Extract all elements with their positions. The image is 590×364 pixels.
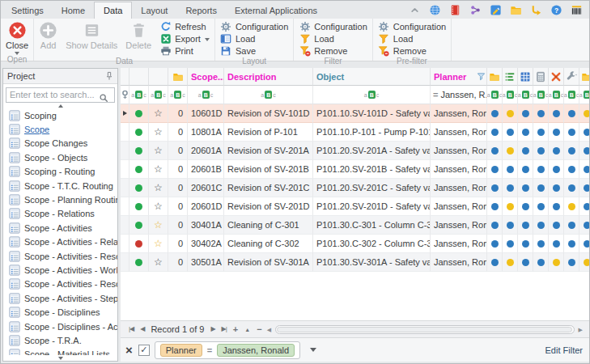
edit-record-button[interactable]: ▲: [244, 327, 250, 332]
prev-record-button[interactable]: ◀: [140, 326, 144, 332]
horizontal-scrollbar[interactable]: [275, 325, 575, 334]
column-header-col-routing[interactable]: [549, 68, 564, 86]
favorite-cell[interactable]: ☆: [149, 123, 168, 142]
filter-expression[interactable]: Planner = Janssen, Ronald: [155, 341, 300, 359]
column-header-indicator[interactable]: [121, 68, 129, 86]
close-button[interactable]: Close: [2, 19, 32, 55]
sidebar-item-scope-objects[interactable]: Scope - Objects: [9, 150, 117, 164]
column-header-scope[interactable]: Scope...: [188, 68, 224, 86]
filter-dropdown-caret[interactable]: [310, 348, 316, 352]
favorite-cell[interactable]: ☆: [149, 142, 168, 160]
filter-cell-description[interactable]: aBc: [224, 86, 313, 104]
globe-icon[interactable]: [428, 3, 441, 16]
favorite-cell[interactable]: ☆: [149, 104, 168, 123]
sidebar-item-scope-relations[interactable]: Scope - Relations: [9, 207, 117, 221]
barcode-icon[interactable]: [570, 3, 583, 16]
tab-layout[interactable]: Layout: [132, 2, 176, 19]
column-header-status[interactable]: [129, 68, 149, 86]
collapse-ribbon-icon[interactable]: [408, 3, 421, 16]
table-row[interactable]: ☆020601CRevision of SV-201CP101.20.SV-20…: [121, 179, 589, 197]
edit-filter-link[interactable]: Edit Filter: [545, 345, 583, 355]
sidebar-item-scope-t-r-a[interactable]: Scope - T.R.A.: [9, 333, 117, 347]
filter-cell-col-grid[interactable]: aBc: [518, 86, 533, 104]
help-icon[interactable]: ?: [550, 3, 562, 16]
configuration-button[interactable]: Configuration: [299, 21, 367, 33]
sidebar-item-scope-disciplines-activiti[interactable]: Scope - Disciplines - Activiti...: [9, 320, 117, 333]
sidebar-item-scope-activities-work-pe[interactable]: Scope - Activities - Work Pe...: [9, 263, 117, 277]
filter-cell-col-folder[interactable]: aBc: [487, 86, 503, 104]
filter-cell-col-wrench[interactable]: aBc: [564, 86, 579, 104]
sidebar-item-scope-t-t-c-routing[interactable]: Scope - T.T.C. Routing: [9, 179, 117, 193]
filter-field-chip[interactable]: Planner: [160, 344, 202, 357]
filter-cell-col-tasks[interactable]: aBc: [503, 86, 518, 104]
favorite-cell[interactable]: ☆: [149, 179, 168, 197]
favorite-cell[interactable]: ☆: [149, 160, 168, 179]
configuration-button[interactable]: Configuration: [220, 21, 288, 33]
filter-cell-scope[interactable]: aBc: [188, 86, 224, 104]
filter-value-chip[interactable]: Janssen, Ronald: [217, 344, 295, 357]
load-button[interactable]: Load: [220, 33, 288, 45]
column-header-col-grid[interactable]: [518, 68, 533, 86]
folder-icon[interactable]: [509, 3, 522, 16]
filter-cell-star[interactable]: aBc: [149, 86, 168, 104]
sidebar-item-scope-changes[interactable]: Scope Changes: [9, 137, 117, 150]
journal-icon[interactable]: [448, 3, 461, 16]
load-button[interactable]: Load: [378, 33, 446, 45]
print-button[interactable]: Print: [159, 44, 210, 57]
scroll-down-indicator[interactable]: [3, 355, 117, 361]
sidebar-item-scope-disciplines[interactable]: Scope - Disciplines: [9, 305, 117, 319]
first-record-button[interactable]: |◀: [129, 326, 134, 332]
column-header-planner[interactable]: Planner: [431, 68, 487, 86]
header-funnel-icon[interactable]: [477, 72, 486, 81]
table-row[interactable]: ☆030501ARevision of SV-301AP101.30.SV-30…: [121, 253, 589, 272]
column-header-description[interactable]: Description: [224, 68, 313, 86]
hscroll-left-icon[interactable]: ◀: [267, 327, 271, 332]
table-row[interactable]: ☆020601ARevision of SV-201AP101.20.SV-20…: [121, 142, 589, 160]
next-record-button[interactable]: ▶: [210, 326, 214, 332]
save-button[interactable]: Save: [220, 44, 288, 57]
table-row[interactable]: ☆010801ARevision of P-101P101.10.P-101 -…: [121, 123, 589, 142]
configuration-button[interactable]: Configuration: [378, 21, 446, 33]
tab-reports[interactable]: Reports: [176, 2, 226, 19]
sidebar-item-scope[interactable]: Scope: [9, 122, 117, 136]
load-button[interactable]: Load: [299, 33, 367, 45]
column-header-attachments[interactable]: [168, 68, 188, 86]
column-header-object[interactable]: Object: [313, 68, 431, 86]
delete-record-button[interactable]: −: [257, 325, 261, 334]
column-header-col-calculator[interactable]: [533, 68, 549, 86]
remove-button[interactable]: Remove: [299, 44, 367, 57]
favorite-cell[interactable]: ☆: [149, 197, 168, 216]
filter-cell-indicator[interactable]: [121, 86, 129, 104]
tab-data[interactable]: Data: [94, 2, 132, 19]
tab-external-applications[interactable]: External Applications: [226, 2, 326, 19]
sidebar-item-scope-material-lists[interactable]: Scope - Material Lists: [9, 348, 117, 355]
table-row[interactable]: ☆020601BRevision of SV-201BP101.20.SV-20…: [121, 160, 589, 179]
filter-cell-object[interactable]: aBc: [313, 86, 431, 104]
sidebar-item-scoping[interactable]: Scoping: [9, 108, 117, 122]
sidebar-item-scope-activities-relations[interactable]: Scope - Activities - Relations: [9, 235, 117, 249]
favorite-cell[interactable]: ☆: [149, 235, 168, 253]
table-row[interactable]: ☆030402ACleaning of C-302P101.30.C-302 -…: [121, 235, 589, 253]
filter-cell-attachments[interactable]: aBc: [168, 86, 188, 104]
scrollbar-thumb[interactable]: [277, 327, 572, 332]
column-header-col-folder[interactable]: [487, 68, 503, 86]
table-row[interactable]: ☆030401ACleaning of C-301P101.30.C-301 -…: [121, 216, 589, 235]
filter-cell-planner[interactable]: =Janssen, R...: [431, 86, 487, 104]
filter-cell-col-routing[interactable]: aBc: [549, 86, 564, 104]
append-record-button[interactable]: +: [233, 325, 238, 334]
last-record-button[interactable]: ▶|: [222, 326, 227, 332]
sidebar-item-scope-planning-routing[interactable]: Scope - Planning Routing: [9, 193, 117, 206]
share-nodes-icon[interactable]: [469, 3, 482, 16]
close-filter-icon[interactable]: ×: [125, 344, 133, 356]
column-header-col-wrench[interactable]: [564, 68, 579, 86]
sidebar-item-scope-activities-steps[interactable]: Scope - Activities - Steps: [9, 291, 117, 305]
table-row[interactable]: ☆010601DRevision of SV-101DP101.10.SV-10…: [121, 104, 589, 123]
column-header-star[interactable]: [149, 68, 168, 86]
edit-icon[interactable]: [489, 3, 502, 16]
column-header-col-tasks[interactable]: [503, 68, 518, 86]
sidebar-item-scope-activities[interactable]: Scope - Activities: [9, 221, 117, 235]
step-icon[interactable]: [529, 3, 542, 16]
pin-icon[interactable]: [105, 71, 113, 81]
table-row[interactable]: ☆020601DRevision of SV-201DP101.20.SV-20…: [121, 197, 589, 216]
sidebar-item-scoping-routing[interactable]: Scoping - Routing: [9, 165, 117, 179]
